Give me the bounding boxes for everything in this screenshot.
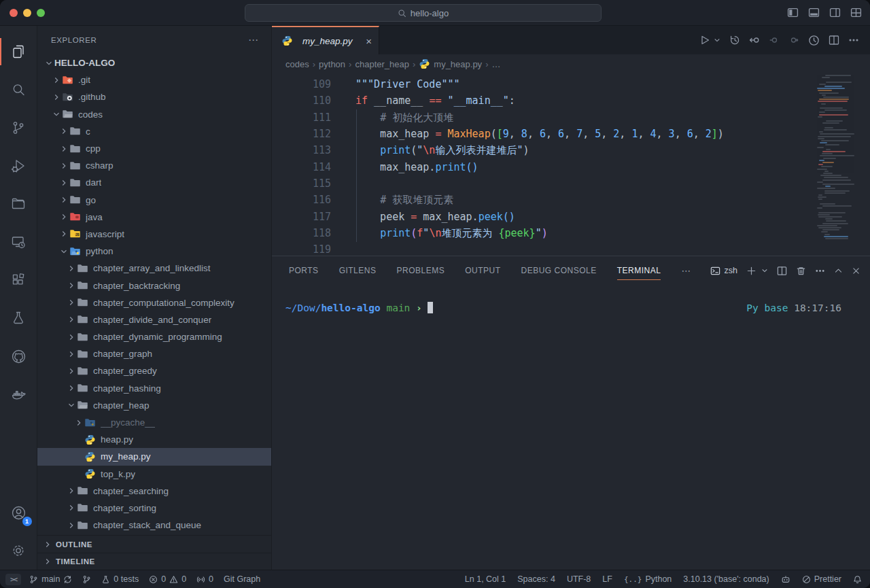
tree-item-python[interactable]: python <box>37 243 271 260</box>
status-notifications[interactable] <box>853 575 862 584</box>
tree-item-java[interactable]: java <box>37 209 271 226</box>
tree-item--git[interactable]: .git <box>37 71 271 88</box>
tree-item-chapter-searching[interactable]: chapter_searching <box>37 483 271 500</box>
tree-item-chapter-hashing[interactable]: chapter_hashing <box>37 380 271 397</box>
kill-terminal-icon[interactable] <box>796 266 806 276</box>
status-remote-indicator[interactable]: >< <box>5 574 21 585</box>
next-change-icon[interactable] <box>788 35 799 46</box>
tree-item-chapter-array-and-linkedlist[interactable]: chapter_array_and_linkedlist <box>37 260 271 277</box>
chevron-right-icon[interactable] <box>50 75 62 86</box>
breadcrumb-item[interactable]: my_heap.py <box>419 58 482 69</box>
chevron-down-icon[interactable] <box>43 58 54 69</box>
terminal-dropdown-icon[interactable] <box>761 267 768 274</box>
toggle-panel-icon[interactable] <box>808 7 820 18</box>
status-encoding[interactable]: UTF-8 <box>567 574 591 584</box>
chevron-right-icon[interactable] <box>58 228 69 239</box>
chevron-right-icon[interactable] <box>65 297 77 308</box>
code-editor[interactable]: 109"""Driver Code"""110if __name__ == "_… <box>272 73 870 256</box>
code-line-114[interactable]: 114 max_heap.print() <box>272 159 870 175</box>
sidebar-section-timeline[interactable]: TIMELINE <box>37 553 271 570</box>
remote-explorer-view-icon[interactable] <box>0 223 37 261</box>
tree-item-chapter-sorting[interactable]: chapter_sorting <box>37 500 271 517</box>
tree-item-chapter-graph[interactable]: chapter_graph <box>37 345 271 362</box>
minimap[interactable] <box>816 75 863 241</box>
code-line-109[interactable]: 109"""Driver Code""" <box>272 76 870 92</box>
tree-item-codes[interactable]: codes <box>37 106 271 123</box>
split-terminal-icon[interactable] <box>777 266 787 276</box>
chevron-right-icon[interactable] <box>58 160 69 171</box>
tree-item--pycache-[interactable]: __pycache__ <box>37 414 271 431</box>
tree-item-chapter-dynamic-programming[interactable]: chapter_dynamic_programming <box>37 328 271 345</box>
panel-tab-problems[interactable]: PROBLEMS <box>396 256 445 285</box>
close-panel-icon[interactable] <box>852 266 860 275</box>
terminal-content[interactable]: ~/Dow/hello-algo main › Py base 18:17:16 <box>272 285 870 570</box>
status-git-branch[interactable]: main <box>29 574 72 584</box>
chevron-right-icon[interactable] <box>58 194 69 205</box>
status-git-graph[interactable]: Git Graph <box>224 574 260 584</box>
tree-item-c[interactable]: c <box>37 123 271 140</box>
zoom-window-button[interactable] <box>37 9 45 17</box>
chevron-right-icon[interactable] <box>50 92 62 103</box>
explorer-more-actions-icon[interactable]: ⋯ <box>248 34 259 46</box>
tree-item-chapter-computational-complexity[interactable]: chapter_computational_complexity <box>37 294 271 311</box>
code-line-113[interactable]: 113 print("\n输入列表并建堆后") <box>272 142 870 158</box>
tree-item-heap-py[interactable]: heap.py <box>37 431 271 448</box>
run-python-file-icon[interactable] <box>699 35 710 46</box>
chevron-right-icon[interactable] <box>58 143 69 154</box>
chevron-right-icon[interactable] <box>65 349 77 360</box>
minimize-window-button[interactable] <box>23 9 31 17</box>
panel-tab-debug-console[interactable]: DEBUG CONSOLE <box>521 256 597 285</box>
breadcrumb-item[interactable]: … <box>491 59 500 69</box>
code-line-119[interactable]: 119 <box>272 241 870 256</box>
testing-view-icon[interactable] <box>0 299 37 337</box>
open-changes-icon[interactable] <box>749 35 760 46</box>
chevron-right-icon[interactable] <box>65 314 77 325</box>
chevron-right-icon[interactable] <box>65 485 77 496</box>
code-line-111[interactable]: 111 # 初始化大顶堆 <box>272 109 870 126</box>
code-line-117[interactable]: 117 peek = max_heap.peek() <box>272 209 870 225</box>
panel-tab-terminal[interactable]: TERMINAL <box>617 256 661 285</box>
tree-item-top-k-py[interactable]: top_k.py <box>37 466 271 483</box>
tree-item-chapter-backtracking[interactable]: chapter_backtracking <box>37 277 271 294</box>
chevron-down-icon[interactable] <box>50 109 62 120</box>
code-line-112[interactable]: 112 max_heap = MaxHeap([9, 8, 6, 6, 7, 5… <box>272 126 870 142</box>
code-line-116[interactable]: 116 # 获取堆顶元素 <box>272 192 870 208</box>
status-feedback[interactable]: 0 <box>196 574 213 584</box>
status-python-interpreter[interactable]: 3.10.13 ('base': conda) <box>683 574 769 584</box>
tree-item-cpp[interactable]: cpp <box>37 140 271 157</box>
customize-layout-icon[interactable] <box>850 7 862 18</box>
chevron-right-icon[interactable] <box>65 280 77 291</box>
extensions-view-icon[interactable] <box>0 261 37 299</box>
search-view-icon[interactable] <box>0 71 37 109</box>
chevron-right-icon[interactable] <box>65 332 77 343</box>
tree-item-my-heap-py[interactable]: my_heap.py <box>37 448 271 465</box>
explorer-view-icon[interactable] <box>0 33 37 71</box>
close-tab-icon[interactable]: × <box>366 35 372 47</box>
status-eol[interactable]: LF <box>602 574 612 584</box>
status-cursor-position[interactable]: Ln 1, Col 1 <box>465 574 506 584</box>
breadcrumb-item[interactable]: codes <box>285 59 309 69</box>
code-line-115[interactable]: 115 <box>272 175 870 192</box>
settings-gear-icon[interactable] <box>0 532 37 570</box>
status-language-mode[interactable]: {..}Python <box>624 574 672 584</box>
tree-item-csharp[interactable]: csharp <box>37 157 271 174</box>
status-prettier[interactable]: Prettier <box>802 574 841 584</box>
new-terminal-icon[interactable] <box>746 266 756 276</box>
run-debug-view-icon[interactable] <box>0 147 37 185</box>
status-indentation[interactable]: Spaces: 4 <box>517 574 555 584</box>
panel-more-actions-icon[interactable] <box>815 266 825 276</box>
chevron-right-icon[interactable] <box>65 520 77 531</box>
chevron-right-icon[interactable] <box>73 417 84 428</box>
chevron-right-icon[interactable] <box>65 263 77 274</box>
toggle-primary-sidebar-icon[interactable] <box>787 7 799 18</box>
status-git-graph-icon[interactable] <box>82 575 91 584</box>
breadcrumb-item[interactable]: chapter_heap <box>355 59 409 69</box>
tree-item--github[interactable]: .github <box>37 88 271 105</box>
chevron-right-icon[interactable] <box>58 177 69 188</box>
docker-view-icon[interactable] <box>0 375 37 413</box>
panel-tab-gitlens[interactable]: GITLENS <box>339 256 377 285</box>
tree-item-chapter-stack-and-queue[interactable]: chapter_stack_and_queue <box>37 517 271 534</box>
source-control-view-icon[interactable] <box>0 109 37 147</box>
tree-item-hello-algo[interactable]: HELLO-ALGO <box>37 54 271 71</box>
timeline-history-icon[interactable] <box>729 35 740 46</box>
